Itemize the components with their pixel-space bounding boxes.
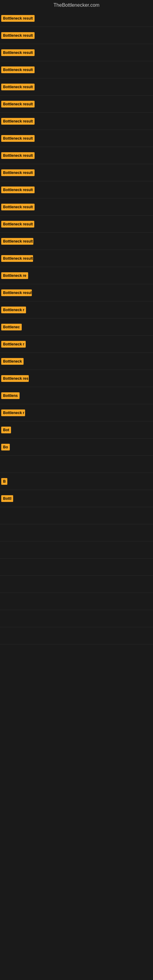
- bottleneck-result-badge[interactable]: Bottleneck res: [1, 375, 29, 382]
- table-row: Bottleneck result: [0, 216, 153, 233]
- table-row: Bot: [0, 422, 153, 439]
- bottleneck-result-badge[interactable]: B: [1, 478, 7, 485]
- table-row: Bottleneck result: [0, 164, 153, 181]
- bottleneck-result-badge[interactable]: Bot: [1, 426, 11, 433]
- bottleneck-result-badge[interactable]: Bottleneck result: [1, 186, 35, 193]
- table-row: Bottleneck result: [0, 27, 153, 44]
- table-row: B: [0, 473, 153, 490]
- table-row: Bottleneck result: [0, 250, 153, 267]
- table-row: Bottlens: [0, 387, 153, 404]
- table-row: Bottleneck r: [0, 301, 153, 318]
- bottleneck-result-badge[interactable]: Bottleneck result: [1, 84, 35, 90]
- bottleneck-result-badge[interactable]: Bottleneck result: [1, 221, 34, 228]
- table-row: Bottleneck: [0, 353, 153, 370]
- bottleneck-result-badge[interactable]: Bottleneck result: [1, 135, 35, 142]
- bottleneck-result-badge[interactable]: Bottleneck re: [1, 272, 28, 279]
- bottleneck-result-badge[interactable]: Bottleneck result: [1, 32, 35, 39]
- bottleneck-result-badge[interactable]: Bo: [1, 444, 10, 450]
- table-row: Bottleneck result: [0, 233, 153, 250]
- bottleneck-result-badge[interactable]: Bottleneck result: [1, 118, 35, 125]
- bottleneck-result-badge[interactable]: Bottleneck result: [1, 15, 35, 22]
- bottleneck-result-badge[interactable]: Bottleneck result: [1, 290, 32, 296]
- bottleneck-result-badge[interactable]: Bottlenec: [1, 324, 22, 331]
- table-row: [0, 593, 153, 610]
- table-row: Bottleneck result: [0, 10, 153, 27]
- bottleneck-result-badge[interactable]: Bottleneck result: [1, 238, 33, 245]
- table-row: Bo: [0, 439, 153, 456]
- table-row: [0, 456, 153, 473]
- bottleneck-result-badge[interactable]: Bottleneck result: [1, 152, 35, 159]
- table-row: Bottleneck r: [0, 336, 153, 353]
- table-row: [0, 541, 153, 558]
- site-title: TheBottlenecker.com: [0, 0, 153, 10]
- table-row: Bottleneck result: [0, 284, 153, 301]
- table-row: [0, 627, 153, 644]
- table-row: [0, 558, 153, 576]
- table-row: Bottleneck result: [0, 61, 153, 78]
- bottleneck-result-badge[interactable]: Bottleneck: [1, 358, 24, 365]
- table-row: Bottleneck re: [0, 267, 153, 284]
- bottleneck-result-badge[interactable]: Bottlens: [1, 392, 19, 399]
- table-row: Bottleneck result: [0, 78, 153, 95]
- table-row: Bottleneck result: [0, 181, 153, 199]
- table-row: Bottleneck result: [0, 44, 153, 61]
- table-row: [0, 507, 153, 524]
- bottleneck-result-badge[interactable]: Bottleneck r: [1, 341, 26, 348]
- table-row: Bottleneck result: [0, 95, 153, 113]
- table-row: Bottleneck result: [0, 130, 153, 147]
- bottleneck-result-badge[interactable]: Bottleneck result: [1, 49, 35, 56]
- table-row: Bottleneck result: [0, 199, 153, 216]
- table-row: Bottleneck r: [0, 404, 153, 422]
- bottleneck-result-badge[interactable]: Bottl: [1, 495, 13, 502]
- rows-container: Bottleneck resultBottleneck resultBottle…: [0, 10, 153, 644]
- bottleneck-result-badge[interactable]: Bottleneck r: [1, 307, 26, 313]
- table-row: Bottleneck res: [0, 370, 153, 387]
- table-row: [0, 576, 153, 593]
- table-row: Bottl: [0, 490, 153, 507]
- table-row: [0, 610, 153, 627]
- table-row: Bottleneck result: [0, 113, 153, 130]
- table-row: [0, 524, 153, 541]
- bottleneck-result-badge[interactable]: Bottleneck result: [1, 255, 33, 262]
- bottleneck-result-badge[interactable]: Bottleneck result: [1, 101, 35, 108]
- bottleneck-result-badge[interactable]: Bottleneck result: [1, 67, 35, 73]
- bottleneck-result-badge[interactable]: Bottleneck r: [1, 409, 25, 416]
- bottleneck-result-badge[interactable]: Bottleneck result: [1, 169, 35, 176]
- table-row: Bottleneck result: [0, 147, 153, 164]
- table-row: Bottlenec: [0, 318, 153, 336]
- bottleneck-result-badge[interactable]: Bottleneck result: [1, 204, 35, 210]
- site-title-text: TheBottlenecker.com: [54, 2, 99, 8]
